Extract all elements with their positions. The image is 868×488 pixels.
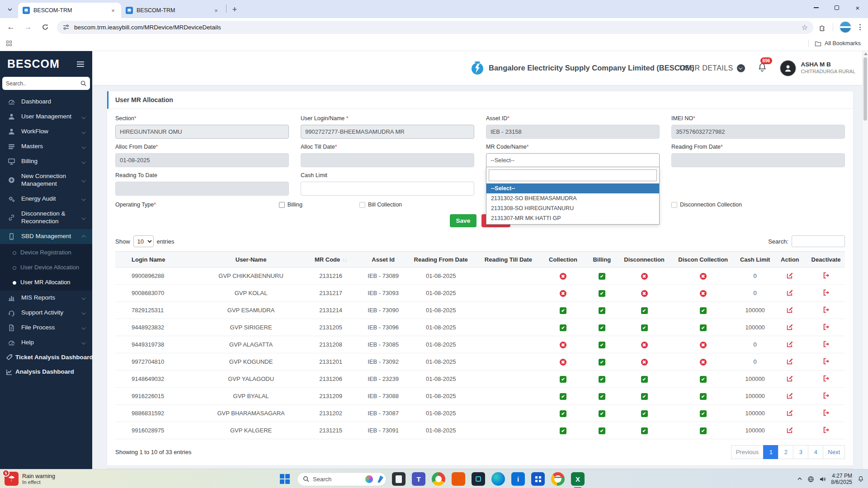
scrollbar-thumb[interactable]	[863, 57, 867, 121]
pagination-page[interactable]: 3	[793, 445, 808, 459]
pagination-page[interactable]: 4	[808, 445, 823, 459]
browser-tab-inactive[interactable]: BESCOM-TRM ×	[121, 3, 224, 18]
edit-action-icon[interactable]	[786, 289, 794, 296]
pagination-previous[interactable]: Previous	[731, 445, 764, 459]
sidebar-item[interactable]: WorkFlow	[0, 124, 92, 139]
sidebar-item[interactable]: Ticket Analysis Dashboard	[0, 350, 92, 365]
sidebar-search-input[interactable]	[6, 80, 80, 87]
notifications-button[interactable]: 896	[757, 62, 768, 75]
hamburger-menu-icon[interactable]	[75, 60, 86, 69]
scrollbar-up-arrow[interactable]	[864, 52, 868, 55]
column-header[interactable]: Discon Collection	[669, 252, 737, 267]
window-close-button[interactable]: ×	[847, 0, 868, 15]
window-minimize-button[interactable]	[806, 0, 826, 15]
column-header[interactable]: Billing	[584, 252, 620, 267]
sidebar-subitem[interactable]: User Device Allocation	[0, 260, 92, 275]
chrome-icon[interactable]	[551, 472, 565, 486]
sidebar-item[interactable]: SBD Management	[0, 229, 92, 244]
sidebar-item[interactable]: Help	[0, 335, 92, 350]
sidebar-item[interactable]: File Process	[0, 320, 92, 335]
page-scrollbar[interactable]	[862, 51, 868, 469]
tab-close-icon[interactable]: ×	[109, 7, 117, 14]
extensions-icon[interactable]	[819, 23, 826, 31]
bill-collection-checkbox[interactable]	[359, 202, 365, 208]
tab-search-button[interactable]	[4, 3, 16, 16]
edit-action-icon[interactable]	[786, 409, 794, 417]
tray-volume-icon[interactable]	[819, 476, 826, 483]
bookmark-star-icon[interactable]: ☆	[802, 23, 808, 32]
sidebar-item[interactable]: New Connection Management	[0, 169, 92, 192]
taskbar-search[interactable]: Search	[297, 472, 387, 486]
deactivate-action-icon[interactable]	[822, 392, 830, 399]
back-icon[interactable]: ←	[5, 21, 17, 33]
page-size-select[interactable]: 10	[133, 235, 154, 247]
sidebar-item[interactable]: Billing	[0, 154, 92, 169]
pagination-page[interactable]: 1	[763, 445, 778, 459]
tab-close-icon[interactable]: ×	[212, 7, 220, 14]
billing-checkbox[interactable]	[279, 202, 285, 208]
start-button-icon[interactable]	[278, 472, 292, 486]
dark-app-icon[interactable]	[472, 472, 485, 486]
reading-from-date-field[interactable]	[671, 153, 845, 167]
teams-icon[interactable]: T	[412, 472, 425, 486]
browser-profile-avatar[interactable]	[840, 21, 851, 33]
column-header[interactable]: Collection	[542, 252, 584, 267]
column-header[interactable]: Login Name	[115, 252, 200, 267]
sidebar-subitem[interactable]: User MR Allocation	[0, 275, 92, 290]
blue-app-icon[interactable]: i	[511, 472, 525, 486]
column-header[interactable]: Reading From Date	[407, 252, 475, 267]
orange-app-icon[interactable]	[452, 472, 465, 486]
deactivate-action-icon[interactable]	[822, 272, 830, 279]
dropdown-option[interactable]: --Select--	[486, 183, 659, 193]
deactivate-action-icon[interactable]	[822, 306, 830, 314]
pen-icon[interactable]	[377, 475, 383, 483]
deactivate-action-icon[interactable]	[822, 426, 830, 434]
column-header[interactable]: Disconnection	[620, 252, 669, 267]
sidebar-item[interactable]: User Management	[0, 109, 92, 124]
profile-menu[interactable]: ASHA M B CHITRADURGA RURAL	[779, 60, 855, 77]
edit-action-icon[interactable]	[786, 323, 794, 331]
cash-limit-input[interactable]	[301, 182, 474, 196]
mr-code-select[interactable]: --Select--	[486, 153, 660, 167]
edit-action-icon[interactable]	[786, 426, 794, 434]
sidebar-item[interactable]: Support Activity	[0, 305, 92, 320]
apps-grid-icon[interactable]	[6, 41, 12, 46]
column-header[interactable]: Cash Limit	[737, 252, 773, 267]
disconnection-collection-checkbox[interactable]	[671, 202, 677, 208]
sidebar-item[interactable]: Dashboard	[0, 94, 92, 109]
dropdown-search-input[interactable]	[489, 169, 657, 181]
column-header[interactable]: Asset Id	[359, 252, 407, 267]
sidebar-item[interactable]: MIS Reports	[0, 291, 92, 305]
sidebar-item[interactable]: Masters	[0, 139, 92, 154]
url-bar[interactable]: bescom.trm.ieasybill.com/MRDevice/MRDevi…	[57, 21, 813, 34]
copilot-icon[interactable]	[365, 475, 373, 483]
edit-action-icon[interactable]	[786, 306, 794, 314]
sidebar-item[interactable]: Disconnection & Reconnection	[0, 206, 92, 229]
browser-menu-icon[interactable]	[858, 22, 863, 32]
edge-icon[interactable]	[491, 472, 505, 486]
column-header[interactable]: User-Name	[200, 252, 302, 267]
table-search-input[interactable]	[792, 235, 845, 247]
sidebar-item[interactable]: Energy Audit	[0, 192, 92, 206]
browser-circle-icon[interactable]	[432, 472, 445, 486]
notification-center-icon[interactable]	[857, 475, 864, 483]
sidebar-search[interactable]	[2, 77, 90, 90]
all-bookmarks-button[interactable]: All Bookmarks	[808, 40, 861, 47]
deactivate-action-icon[interactable]	[822, 340, 830, 348]
dropdown-option[interactable]: 2131307-MR MK HATTI GP	[486, 213, 659, 223]
deactivate-action-icon[interactable]	[822, 323, 830, 331]
office-app-icon[interactable]	[531, 472, 545, 486]
edit-action-icon[interactable]	[786, 272, 794, 279]
save-button[interactable]: Save	[450, 214, 477, 227]
edit-action-icon[interactable]	[786, 357, 794, 365]
tray-network-icon[interactable]	[807, 476, 814, 483]
sidebar-item[interactable]: Analysis Dashboard	[0, 365, 92, 380]
forward-icon[interactable]: →	[22, 21, 34, 33]
site-settings-icon[interactable]	[62, 23, 70, 31]
tray-chevron-up-icon[interactable]	[797, 476, 802, 482]
column-header[interactable]: MR Code↑↓	[302, 252, 359, 267]
dropdown-option[interactable]: 2131308-SO HIREGUNTANURU	[486, 203, 659, 213]
new-tab-button[interactable]: +	[228, 3, 241, 16]
window-maximize-button[interactable]	[826, 0, 847, 15]
deactivate-action-icon[interactable]	[822, 357, 830, 365]
